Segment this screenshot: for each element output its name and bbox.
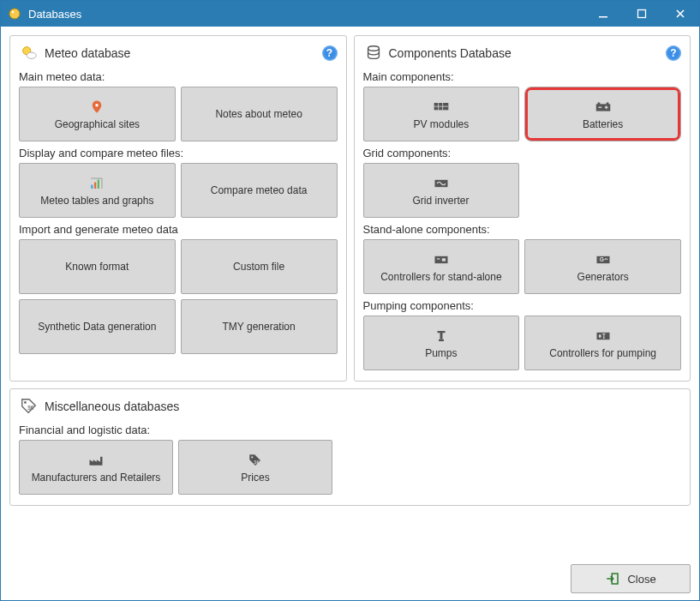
prices-button[interactable]: $€ Prices [178,440,332,495]
button-label: Compare meteo data [211,184,308,196]
button-label: Controllers for stand-alone [380,271,501,283]
components-panel-title: Components Database [389,46,667,60]
svg-point-34 [251,456,253,458]
meteo-panel: Meteo database ? Main meteo data: Geogra… [9,35,347,382]
svg-rect-18 [598,106,601,107]
button-label: Notes about meteo [215,108,302,120]
button-label: Manufacturers and Retailers [32,472,161,484]
svg-rect-9 [98,179,99,189]
generator-icon: G [595,251,612,268]
misc-panel: $€ Miscellaneous databases Financial and… [9,388,691,506]
footer: Close [1,557,699,600]
chart-icon [89,175,105,192]
factory-icon [87,452,105,469]
solar-panel-icon [433,99,450,116]
battery-icon [594,99,613,116]
section-label: Import and generate meteo data [19,223,338,236]
meteo-panel-header: Meteo database ? [19,43,338,63]
app-icon [8,7,21,21]
tag-icon: $€ [19,396,39,417]
pumps-button[interactable]: Pumps [363,316,520,370]
known-format-button[interactable]: Known format [19,239,176,294]
section-label: Grid components: [363,147,682,159]
close-window-button[interactable] [661,1,699,27]
titlebar: Databases [1,1,699,27]
window-title: Databases [28,8,583,21]
meteo-tables-graphs-button[interactable]: Meteo tables and graphs [19,163,176,218]
svg-rect-7 [92,184,93,189]
pump-controller-icon [595,328,612,345]
controller-icon [433,251,450,268]
section-label: Main meteo data: [19,70,338,83]
misc-panel-header: $€ Miscellaneous databases [19,396,681,417]
section-label: Display and compare meteo files: [19,147,338,159]
svg-point-32 [24,401,27,404]
notes-meteo-button[interactable]: Notes about meteo [181,87,338,141]
button-label: Batteries [583,118,623,130]
sun-cloud-icon [19,43,39,63]
map-pin-icon [89,99,105,116]
button-label: Generators [577,271,629,283]
databases-window: Databases Meteo database ? [0,0,700,601]
tmy-generation-button[interactable]: TMY generation [181,299,338,354]
grid-inverter-button[interactable]: Grid inverter [363,163,519,218]
button-label: Geographical sites [55,118,140,130]
svg-rect-8 [94,182,96,189]
misc-panel-title: Miscellaneous databases [45,400,681,413]
button-label: Synthetic Data generation [38,321,156,333]
svg-rect-15 [595,104,610,111]
svg-text:G: G [599,256,603,262]
database-icon [363,43,384,63]
svg-point-1 [12,11,14,13]
controllers-pumping-button[interactable]: Controllers for pumping [524,316,681,370]
custom-file-button[interactable]: Custom file [181,239,338,294]
pv-modules-button[interactable]: PV modules [363,87,520,141]
content-area: Meteo database ? Main meteo data: Geogra… [1,27,699,557]
button-label: Prices [241,472,269,484]
components-panel: Components Database ? Main components: P… [354,35,691,382]
svg-rect-28 [437,331,445,333]
section-label: Pumping components: [363,299,682,312]
button-label: Controllers for pumping [549,347,656,359]
help-icon[interactable]: ? [322,45,338,61]
svg-rect-2 [599,16,607,18]
svg-rect-3 [637,10,645,18]
button-label: Known format [65,261,129,273]
svg-point-0 [9,9,20,19]
button-label: Pumps [425,347,457,359]
svg-text:$€: $€ [27,405,34,411]
compare-meteo-button[interactable]: Compare meteo data [181,163,338,218]
geographical-sites-button[interactable]: Geographical sites [19,87,176,141]
svg-point-6 [96,104,99,106]
svg-rect-22 [434,255,447,262]
button-label: Meteo tables and graphs [40,195,153,207]
price-tag-icon: $€ [248,452,263,469]
batteries-button[interactable]: Batteries [524,87,681,141]
svg-text:$€: $€ [254,459,260,464]
button-label: PV modules [414,118,470,130]
generators-button[interactable]: G Generators [524,239,681,294]
svg-rect-16 [597,102,600,105]
close-button[interactable]: Close [571,564,691,593]
svg-point-10 [368,46,379,51]
maximize-button[interactable] [622,1,661,27]
controllers-standalone-button[interactable]: Controllers for stand-alone [363,239,520,294]
components-panel-header: Components Database ? [363,43,682,63]
pump-icon [434,328,449,345]
section-label: Financial and logistic data: [19,424,681,436]
section-label: Stand-alone components: [363,223,682,236]
meteo-panel-title: Meteo database [45,46,322,60]
help-icon[interactable]: ? [666,45,681,61]
svg-rect-31 [599,334,601,337]
svg-rect-17 [606,102,608,105]
svg-point-5 [27,52,36,58]
svg-rect-29 [439,339,444,340]
manufacturers-retailers-button[interactable]: Manufacturers and Retailers [19,440,173,495]
exit-icon [605,571,620,586]
inverter-icon [433,175,450,192]
button-label: Grid inverter [413,195,470,207]
minimize-button[interactable] [583,1,622,27]
window-controls [583,1,699,27]
synthetic-data-button[interactable]: Synthetic Data generation [19,299,176,354]
svg-rect-24 [442,258,446,261]
